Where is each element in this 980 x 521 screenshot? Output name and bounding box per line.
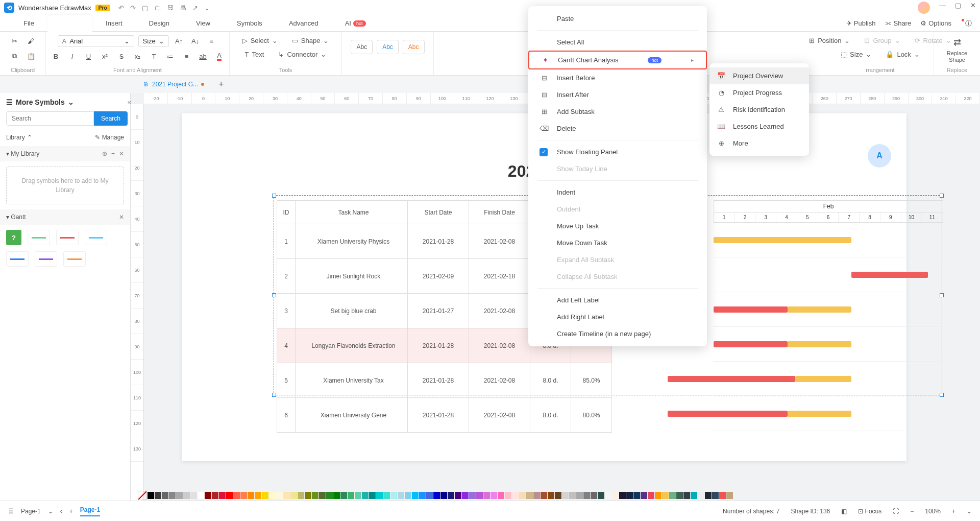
library-toggle[interactable]: Library ⌃ <box>6 134 32 141</box>
case-icon[interactable]: T <box>148 50 160 62</box>
color-swatch[interactable] <box>312 492 318 499</box>
color-swatch[interactable] <box>169 492 176 499</box>
color-swatch[interactable] <box>426 492 433 499</box>
color-swatch[interactable] <box>719 492 726 499</box>
color-swatch[interactable] <box>569 492 576 499</box>
color-swatch[interactable] <box>233 492 240 499</box>
color-swatch[interactable] <box>355 492 361 499</box>
symbol-drop-area[interactable]: Drag symbols here to add to My Library <box>6 167 124 204</box>
mylibrary-section[interactable]: ▾ My Library ⊕+✕ <box>0 146 130 161</box>
ctx-select-all[interactable]: Select All <box>528 34 707 51</box>
color-swatch[interactable] <box>726 492 733 499</box>
submenu-overview[interactable]: 📅Project Overview <box>709 67 809 84</box>
menu-tab-home[interactable]: Home <box>47 15 92 32</box>
help-icon[interactable]: ⓘ <box>961 19 972 28</box>
close-lib-icon[interactable]: ✕ <box>119 150 124 157</box>
color-swatch[interactable] <box>269 492 276 499</box>
ctx-move-up[interactable]: Move Up Task <box>528 218 707 234</box>
replace-shape-button[interactable]: ⇄ Replace Shape <box>940 35 974 65</box>
share-button[interactable]: ⫘ Share <box>885 19 911 27</box>
gantt-bar[interactable] <box>668 411 788 417</box>
underline-icon[interactable]: U <box>83 50 95 62</box>
ctx-add-right-label[interactable]: Add Right Label <box>528 309 707 325</box>
qat-more-icon[interactable]: ⌄ <box>204 4 210 12</box>
page-tab[interactable]: Page-1 <box>80 506 100 516</box>
color-swatch[interactable] <box>190 492 197 499</box>
color-swatch[interactable] <box>633 492 640 499</box>
connector-tool[interactable]: ↳ Connector ⌄ <box>273 49 331 60</box>
numbering-icon[interactable]: ≡ <box>181 50 193 62</box>
color-swatch[interactable] <box>405 492 411 499</box>
font-size-dropdown[interactable]: Size⌄ <box>138 35 169 47</box>
color-swatch[interactable] <box>283 492 290 499</box>
shape-tool[interactable]: ▭ Shape ⌄ <box>287 35 334 46</box>
submenu-progress[interactable]: ◔Project Progress <box>709 84 809 101</box>
line-spacing-icon[interactable]: ≡ <box>206 35 218 47</box>
gantt-symbol[interactable] <box>56 230 79 245</box>
color-swatch[interactable] <box>348 492 354 499</box>
color-swatch[interactable] <box>612 492 619 499</box>
color-swatch[interactable] <box>198 492 204 499</box>
color-swatch[interactable] <box>655 492 662 499</box>
color-swatch[interactable] <box>598 492 604 499</box>
table-row[interactable]: 5Xiamen University Tax2021-01-282021-02-… <box>277 363 612 398</box>
pages-menu-icon[interactable]: ☰ <box>8 508 14 515</box>
size-tool[interactable]: ⬚ Size⌄ <box>836 49 876 60</box>
color-swatch[interactable] <box>576 492 583 499</box>
gantt-symbol[interactable] <box>28 230 50 245</box>
ctx-paste[interactable]: Paste <box>528 10 707 27</box>
color-swatch[interactable] <box>619 492 626 499</box>
ctx-gantt-analysis[interactable]: ✦ Gantt Chart Analysis hot ▸ <box>528 51 707 69</box>
user-avatar[interactable] <box>918 2 930 14</box>
italic-icon[interactable]: I <box>66 50 79 62</box>
gantt-symbol[interactable] <box>6 251 29 267</box>
paste-icon[interactable]: 📋 <box>25 50 37 62</box>
color-swatch[interactable] <box>433 492 440 499</box>
color-swatch[interactable] <box>712 492 719 499</box>
ctx-add-subtask[interactable]: ⊞Add Subtask <box>528 103 707 120</box>
style-preset-1[interactable]: Abc <box>351 40 373 54</box>
color-swatch[interactable] <box>390 492 397 499</box>
color-swatch[interactable] <box>183 492 190 499</box>
table-row[interactable]: 6Xiamen University Gene2021-01-282021-02… <box>277 398 612 433</box>
add-page-icon[interactable]: + <box>69 508 73 515</box>
manage-link[interactable]: ✎ Manage <box>95 134 124 141</box>
strike-icon[interactable]: S̶ <box>115 50 128 62</box>
ctx-indent[interactable]: Indent <box>528 184 707 201</box>
color-swatch[interactable] <box>691 492 697 499</box>
no-color-swatch[interactable] <box>138 491 147 500</box>
color-swatch[interactable] <box>669 492 676 499</box>
color-swatch[interactable] <box>369 492 376 499</box>
prev-page-icon[interactable]: ‹ <box>60 508 62 515</box>
gantt-bar[interactable] <box>714 237 851 243</box>
color-swatch[interactable] <box>376 492 383 499</box>
ctx-add-left-label[interactable]: Add Left Label <box>528 292 707 309</box>
color-swatch[interactable] <box>526 492 533 499</box>
increase-font-icon[interactable]: A↑ <box>173 35 185 47</box>
menu-tab-ai[interactable]: AIhot <box>332 15 379 32</box>
help-symbol[interactable]: ? <box>6 230 21 245</box>
color-swatch[interactable] <box>648 492 654 499</box>
print-icon[interactable]: 🖶 <box>180 4 186 12</box>
color-swatch[interactable] <box>205 492 211 499</box>
close-gantt-icon[interactable]: ✕ <box>119 214 124 221</box>
ai-assistant-badge[interactable]: A <box>868 144 891 168</box>
color-swatch[interactable] <box>176 492 183 499</box>
color-swatch[interactable] <box>398 492 404 499</box>
cut-icon[interactable]: ✂ <box>9 35 21 47</box>
color-swatch[interactable] <box>469 492 476 499</box>
gantt-bar[interactable] <box>788 306 851 313</box>
color-swatch[interactable] <box>491 492 497 499</box>
color-swatch[interactable] <box>262 492 268 499</box>
style-preset-3[interactable]: Abc <box>403 40 425 54</box>
color-swatch[interactable] <box>605 492 611 499</box>
color-swatch[interactable] <box>591 492 597 499</box>
color-swatch[interactable] <box>240 492 247 499</box>
color-swatch[interactable] <box>362 492 369 499</box>
sub-icon[interactable]: x₂ <box>132 50 144 62</box>
lock-tool[interactable]: 🔒 Lock⌄ <box>880 49 924 60</box>
color-swatch[interactable] <box>512 492 519 499</box>
symbol-search-input[interactable] <box>6 111 94 126</box>
gantt-bar[interactable] <box>788 341 851 347</box>
publish-button[interactable]: ✈ Publish <box>846 19 876 27</box>
